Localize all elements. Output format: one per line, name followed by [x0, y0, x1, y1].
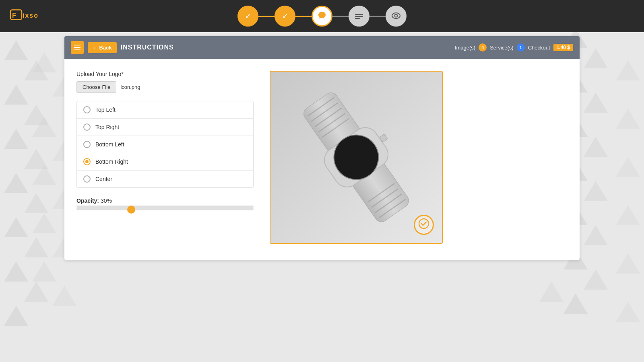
step-4-icon [355, 12, 363, 21]
slider-track [76, 208, 254, 210]
left-panel: Upload Your Logo* Choose File icon.png T… [76, 71, 254, 244]
step-5-icon [392, 12, 400, 21]
images-label: Image(s) [455, 45, 475, 51]
main-wrapper: ← Back INSTRUCTIONS Image(s) 4 Service(s… [0, 36, 644, 260]
connector-3-4 [332, 16, 349, 17]
position-option-top-right[interactable]: Top Right [77, 119, 253, 136]
svg-point-71 [419, 219, 429, 228]
position-option-bottom-left[interactable]: Bottom Left [77, 136, 253, 153]
sub-navigation: ← Back INSTRUCTIONS Image(s) 4 Service(s… [64, 36, 580, 59]
choose-file-button[interactable]: Choose File [76, 81, 116, 93]
position-option-bottom-right[interactable]: Bottom Right [77, 153, 253, 171]
logo-text: F ixso [10, 13, 46, 25]
svg-text:ixso: ixso [23, 12, 39, 19]
services-count-badge: 1 [517, 43, 525, 51]
opacity-value: 30% [101, 197, 112, 204]
radio-bottom-right[interactable] [83, 158, 91, 165]
connector-1-2 [258, 16, 275, 17]
step-indicators: ✓ ✓ [237, 6, 407, 27]
radio-bottom-left[interactable] [83, 141, 91, 148]
hamburger-line-3 [74, 49, 80, 50]
connector-2-3 [295, 16, 312, 17]
position-options-list: Top Left Top Right Bottom Left [76, 101, 254, 188]
radio-top-right[interactable] [83, 123, 91, 131]
position-option-top-left[interactable]: Top Left [77, 101, 253, 119]
checkout-price-badge: 1.40 $ [553, 44, 573, 51]
step-1-icon: ✓ [245, 11, 252, 21]
upload-label: Upload Your Logo* [76, 71, 254, 77]
watermark-check-icon [419, 218, 429, 231]
step-1[interactable]: ✓ [237, 6, 258, 27]
top-navigation: F ixso ✓ ✓ [0, 0, 644, 32]
hamburger-line-1 [74, 45, 80, 45]
back-button[interactable]: ← Back [88, 42, 117, 53]
svg-point-54 [392, 13, 400, 19]
menu-button[interactable] [71, 41, 84, 54]
app-logo: F ixso [10, 7, 46, 26]
position-option-center[interactable]: Center [77, 171, 253, 187]
page-title: INSTRUCTIONS [121, 44, 174, 51]
svg-text:F: F [12, 12, 17, 19]
upload-row: Choose File icon.png [76, 81, 254, 93]
position-label-top-left: Top Left [95, 107, 116, 113]
step-3-icon [318, 11, 326, 22]
svg-rect-51 [355, 14, 363, 15]
svg-point-55 [395, 14, 398, 17]
svg-marker-34 [584, 269, 608, 290]
position-label-bottom-left: Bottom Left [95, 141, 124, 148]
svg-marker-47 [616, 302, 640, 322]
svg-marker-35 [564, 294, 588, 314]
opacity-slider-container [76, 208, 254, 209]
services-label: Service(s) [490, 45, 514, 51]
content-body: Upload Your Logo* Choose File icon.png T… [64, 59, 580, 260]
checkout-label: Checkout [528, 45, 550, 51]
step-4[interactable] [349, 6, 369, 27]
opacity-section: Opacity: 30% [76, 197, 254, 209]
sub-nav-left: ← Back INSTRUCTIONS [71, 41, 174, 54]
radio-top-left[interactable] [83, 106, 91, 113]
opacity-slider[interactable] [76, 206, 254, 208]
sub-nav-right: Image(s) 4 Service(s) 1 Checkout 1.40 $ [455, 43, 573, 51]
svg-marker-22 [52, 286, 76, 306]
opacity-label: Opacity: 30% [76, 197, 254, 204]
right-panel [270, 71, 568, 244]
step-2[interactable]: ✓ [275, 6, 295, 27]
svg-marker-12 [4, 306, 28, 326]
svg-marker-11 [24, 282, 48, 302]
position-label-bottom-right: Bottom Right [95, 158, 128, 165]
position-label-top-right: Top Right [95, 124, 119, 130]
svg-rect-52 [355, 16, 363, 17]
svg-marker-10 [4, 261, 28, 282]
svg-marker-21 [32, 261, 56, 282]
file-name-display: icon.png [120, 84, 140, 90]
svg-rect-53 [355, 18, 360, 19]
product-image-container [270, 71, 443, 244]
upload-section: Upload Your Logo* Choose File icon.png [76, 71, 254, 93]
connector-4-5 [369, 16, 386, 17]
step-5[interactable] [386, 6, 407, 27]
radio-inner-bottom-right [85, 160, 89, 163]
position-label-center: Center [95, 176, 112, 182]
radio-center[interactable] [83, 175, 91, 183]
opacity-text: Opacity: [76, 197, 99, 204]
content-card: ← Back INSTRUCTIONS Image(s) 4 Service(s… [64, 36, 580, 260]
svg-marker-41 [539, 282, 564, 302]
step-2-icon: ✓ [282, 11, 289, 21]
watch-image [270, 72, 442, 243]
step-3[interactable] [312, 6, 332, 27]
hamburger-line-2 [74, 47, 80, 48]
images-count-badge: 4 [479, 43, 487, 51]
watermark-indicator [414, 215, 434, 235]
